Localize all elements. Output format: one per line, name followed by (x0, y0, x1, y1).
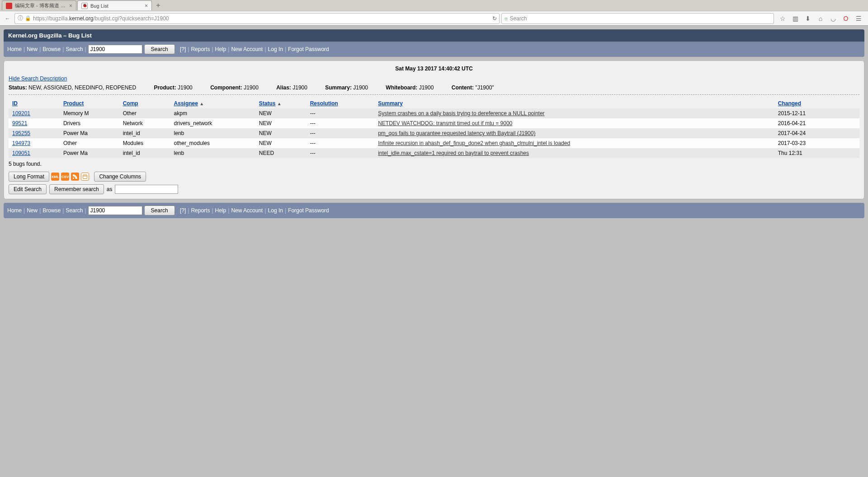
col-assignee[interactable]: Assignee (174, 100, 198, 107)
quicksearch-input[interactable] (88, 206, 142, 215)
long-format-button[interactable]: Long Format (9, 172, 49, 182)
nav-help-q[interactable]: [?] (180, 46, 186, 52)
page-title: Kernel.org Bugzilla – Bug List (4, 29, 864, 42)
bug-summary-link[interactable]: intel_idle.max_cstate=1 required on bayt… (378, 150, 529, 156)
cell-product: Other (60, 138, 119, 148)
search-button[interactable]: Search (144, 44, 175, 54)
nav-new[interactable]: New (27, 46, 38, 52)
col-summary[interactable]: Summary (378, 100, 403, 107)
info-icon: ⓘ (18, 14, 23, 22)
bug-summary-link[interactable]: NETDEV WATCHDOG: transmit timed out if m… (378, 120, 512, 126)
as-label: as (107, 186, 113, 192)
cell-changed: 2017-04-24 (774, 128, 859, 138)
nav-new[interactable]: New (27, 207, 38, 214)
col-comp[interactable]: Comp (123, 100, 138, 107)
menu-icon[interactable]: ☰ (854, 14, 863, 23)
pocket-icon[interactable]: ◡ (829, 14, 837, 23)
cell-resolution: --- (307, 108, 375, 118)
nav-login[interactable]: Log In (268, 46, 283, 52)
close-icon[interactable]: × (145, 3, 148, 9)
col-resolution[interactable]: Resolution (310, 100, 338, 107)
xml-icon[interactable]: XML (51, 173, 59, 181)
bug-id-link[interactable]: 194973 (12, 140, 30, 146)
nav-home[interactable]: Home (7, 46, 22, 52)
cell-product: Drivers (60, 118, 119, 128)
nav-search[interactable]: Search (66, 46, 83, 52)
bug-id-link[interactable]: 99521 (12, 120, 27, 126)
cell-product: Power Ma (60, 128, 119, 138)
bug-summary-link[interactable]: pm_qos fails to guarantee requested late… (378, 130, 535, 136)
reload-button[interactable]: ↻ (490, 15, 500, 22)
calendar-icon[interactable] (81, 173, 89, 181)
cell-status: NEED (255, 148, 307, 158)
edit-search-button[interactable]: Edit Search (9, 184, 47, 194)
col-id[interactable]: ID (12, 100, 18, 107)
browser-search-input[interactable]: ⍟ Search (501, 13, 774, 24)
nav-new-account[interactable]: New Account (231, 46, 263, 52)
nav-reports[interactable]: Reports (191, 46, 210, 52)
nav-login[interactable]: Log In (268, 207, 283, 214)
timestamp: Sat May 13 2017 14:40:42 UTC (9, 65, 859, 72)
opera-icon[interactable]: O (842, 14, 850, 23)
new-tab-button[interactable]: + (153, 1, 164, 10)
cell-resolution: --- (307, 118, 375, 128)
table-header-row: ID Product Comp Assignee ▲ Status ▲ Reso… (9, 98, 859, 108)
close-icon[interactable]: × (69, 3, 72, 9)
bug-summary-link[interactable]: System crashes on a daily basis trying t… (378, 110, 544, 117)
nav-forgot[interactable]: Forgot Password (288, 46, 329, 52)
remember-search-button[interactable]: Remember search (49, 184, 104, 194)
nav-browse[interactable]: Browse (42, 46, 61, 52)
change-columns-button[interactable]: Change Columns (94, 172, 146, 182)
nav-help[interactable]: Help (215, 46, 226, 52)
tab-title: Bug List (90, 3, 142, 9)
cell-changed: 2015-12-11 (774, 108, 859, 118)
actions-row-1: Long Format XML CSV Change Columns (9, 172, 859, 182)
back-button[interactable]: ← (3, 14, 13, 23)
content-panel: Sat May 13 2017 14:40:42 UTC Hide Search… (4, 61, 864, 199)
col-status[interactable]: Status (259, 100, 276, 107)
nav-search[interactable]: Search (66, 207, 83, 214)
hide-search-description-link[interactable]: Hide Search Description (9, 75, 67, 82)
bug-summary-link[interactable]: Infinite recursion in ahash_def_finup_do… (378, 140, 570, 146)
cell-assignee: lenb (170, 148, 255, 158)
actions-row-2: Edit Search Remember search as (9, 184, 859, 194)
favicon-icon (6, 3, 12, 9)
nav-home[interactable]: Home (7, 207, 22, 214)
url-bar: ← ⓘ 🔒 https://bugzilla.kernel.org/buglis… (0, 11, 868, 25)
nav-help[interactable]: Help (215, 207, 226, 214)
bug-table: ID Product Comp Assignee ▲ Status ▲ Reso… (9, 98, 859, 158)
nav-browse[interactable]: Browse (42, 207, 61, 214)
nav-forgot[interactable]: Forgot Password (288, 207, 329, 214)
csv-icon[interactable]: CSV (61, 173, 69, 181)
bug-id-link[interactable]: 109201 (12, 110, 30, 117)
download-icon[interactable]: ⬇ (804, 14, 812, 23)
nav-new-account[interactable]: New Account (231, 207, 263, 214)
nav-reports[interactable]: Reports (191, 207, 210, 214)
col-product[interactable]: Product (63, 100, 84, 107)
search-placeholder: Search (509, 15, 527, 22)
rss-icon[interactable] (71, 173, 79, 181)
cell-status: NEW (255, 118, 307, 128)
sort-asc-icon: ▲ (199, 101, 204, 106)
nav-help-q[interactable]: [?] (180, 207, 186, 214)
cell-changed: Thu 12:31 (774, 148, 859, 158)
bookmarks-icon[interactable]: ▥ (791, 14, 799, 23)
bug-id-link[interactable]: 195255 (12, 130, 30, 136)
cell-product: Memory M (60, 108, 119, 118)
cell-assignee: akpm (170, 108, 255, 118)
favicon-icon (81, 3, 88, 9)
col-changed[interactable]: Changed (778, 100, 801, 107)
star-icon[interactable]: ☆ (778, 14, 787, 23)
cell-assignee: other_modules (170, 138, 255, 148)
bug-id-link[interactable]: 109051 (12, 150, 30, 156)
footer: Home| New| Browse| Search| Search [?]| R… (4, 203, 864, 218)
home-icon[interactable]: ⌂ (816, 14, 825, 23)
remember-search-name-input[interactable] (115, 185, 178, 194)
svg-point-0 (73, 178, 74, 179)
search-button[interactable]: Search (144, 206, 175, 215)
browser-tab-2[interactable]: Bug List × (77, 0, 152, 10)
browser-tab-1[interactable]: 编辑文章 - 博客频道 - C × (2, 0, 76, 10)
quicksearch-input[interactable] (88, 45, 142, 54)
cell-changed: 2016-04-21 (774, 118, 859, 128)
url-input[interactable]: ⓘ 🔒 https://bugzilla.kernel.org/buglist.… (14, 13, 500, 24)
